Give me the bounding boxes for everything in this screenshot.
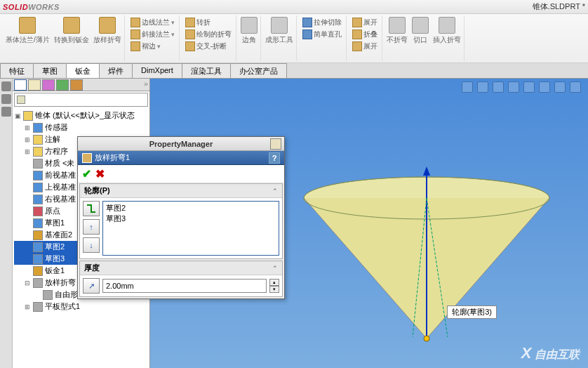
view-toolbar (462, 81, 581, 93)
view-settings-icon[interactable] (539, 81, 550, 93)
sidemini-icon[interactable] (1, 81, 11, 91)
ribbon-rip[interactable]: 切口 (412, 17, 429, 45)
ribbon-hem[interactable]: 褶边▾ (129, 41, 176, 52)
ribbon-edge-flange[interactable]: 边线法兰▾ (129, 17, 176, 28)
filter-input[interactable] (14, 93, 148, 107)
tab-render[interactable]: 渲染工具 (182, 63, 231, 78)
panel-tabs: » (13, 79, 149, 91)
panel-tab-config[interactable] (42, 79, 55, 91)
zoom-fit-icon[interactable] (462, 81, 473, 93)
tab-office[interactable]: 办公室产品 (230, 63, 287, 78)
ribbon-cross-break[interactable]: 交叉-折断 (184, 41, 233, 52)
ribbon-fold[interactable]: 折叠 (351, 29, 379, 40)
ribbon-extruded-cut[interactable]: 拉伸切除 (301, 17, 343, 28)
panel-tab-property[interactable] (28, 79, 41, 91)
pm-ok-cancel-row: ✔ ✖ (78, 165, 284, 182)
profiles-header[interactable]: 轮廓(P)⌃ (80, 184, 282, 198)
thickness-input[interactable] (102, 279, 267, 293)
ribbon: 基体法兰/薄片 转换到钣金 放样折弯 边线法兰▾ 斜接法兰▾ 褶边▾ 转折 绘制… (0, 14, 588, 63)
move-up-button[interactable]: ↑ (83, 219, 100, 235)
move-down-button[interactable]: ↓ (83, 237, 100, 253)
property-manager-panel: PropertyManager 放样折弯1 ? ✔ ✖ 轮廓(P)⌃ ↑ ↓ 草… (77, 136, 285, 299)
cancel-button[interactable]: ✖ (95, 167, 105, 180)
cone-preview (286, 163, 567, 360)
tree-flat-pattern1[interactable]: ⊞平板型式1 (14, 301, 148, 313)
panel-tab-feature[interactable] (14, 79, 27, 91)
profile-direction-button[interactable] (83, 201, 100, 216)
watermark: X 自由互联 (521, 344, 580, 362)
ribbon-flatten[interactable]: 展开 (351, 41, 379, 52)
profile-item[interactable]: 草图3 (105, 213, 277, 224)
pm-profiles-section: 轮廓(P)⌃ ↑ ↓ 草图2 草图3 (79, 183, 283, 259)
ribbon-corner[interactable]: 边角 (241, 17, 258, 45)
profile-item[interactable]: 草图2 (105, 203, 277, 213)
reverse-direction-button[interactable]: ↗ (83, 278, 100, 294)
thickness-header[interactable]: 厚度⌃ (80, 261, 282, 275)
panel-tab-dimxpert[interactable] (56, 79, 69, 91)
display-style-icon[interactable] (508, 81, 519, 93)
tab-weldments[interactable]: 焊件 (99, 63, 133, 78)
logo: SOLIDWORKS (3, 3, 60, 11)
scene-icon[interactable] (554, 81, 566, 93)
section-icon[interactable] (523, 81, 535, 93)
ribbon-convert-sheetmetal[interactable]: 转换到钣金 (54, 17, 89, 45)
sketch-profile-label: 轮廓(草图3) (447, 305, 497, 319)
sidemini-icon[interactable] (1, 94, 11, 104)
tab-sheetmetal[interactable]: 钣金 (66, 63, 100, 78)
pushpin-icon[interactable] (270, 138, 281, 150)
ribbon-miter-flange[interactable]: 斜接法兰▾ (129, 29, 176, 40)
ribbon-base-flange[interactable]: 基体法兰/薄片 (6, 17, 50, 45)
document-name: 锥体.SLDPRT * (533, 1, 585, 12)
funnel-icon (17, 96, 25, 104)
ribbon-no-bends[interactable]: 不折弯 (387, 17, 408, 45)
tab-features[interactable]: 特征 (0, 63, 34, 78)
ribbon-sketched-bend[interactable]: 绘制的折弯 (184, 29, 233, 40)
ok-button[interactable]: ✔ (82, 167, 91, 180)
ribbon-insert-bends[interactable]: 插入折弯 (433, 17, 461, 45)
pm-thickness-section: 厚度⌃ ↗ ▴ ▾ (79, 261, 283, 297)
sidemini-icon[interactable] (1, 107, 11, 117)
spin-up[interactable]: ▴ (269, 279, 279, 286)
tab-dimxpert[interactable]: DimXpert (132, 63, 182, 78)
ribbon-forming-tool[interactable]: 成形工具 (265, 17, 293, 45)
profiles-list[interactable]: 草图2 草图3 (102, 201, 279, 256)
rotate-icon[interactable] (493, 81, 504, 93)
pm-title[interactable]: PropertyManager (78, 137, 284, 151)
ribbon-simple-hole[interactable]: 简单直孔 (301, 29, 343, 40)
appearance-icon[interactable] (570, 81, 581, 93)
lofted-bend-icon (82, 153, 92, 163)
svg-point-4 (424, 336, 429, 341)
side-mini-toolbar (0, 79, 13, 368)
ribbon-empty (301, 41, 343, 42)
zoom-area-icon[interactable] (477, 81, 488, 93)
ribbon-unfold[interactable]: 展开 (351, 17, 379, 28)
ribbon-lofted-bend[interactable]: 放样折弯 (93, 17, 121, 45)
tree-root[interactable]: ▣锥体 (默认<<默认>_显示状态 (14, 110, 148, 121)
spin-down[interactable]: ▾ (269, 286, 279, 293)
titlebar: SOLIDWORKS 锥体.SLDPRT * (0, 0, 588, 14)
help-button[interactable]: ? (269, 152, 280, 164)
ribbon-jog[interactable]: 转折 (184, 17, 233, 28)
tab-sketch[interactable]: 草图 (33, 63, 67, 78)
panel-tab-render[interactable] (70, 79, 83, 91)
panel-tabs-more[interactable]: » (144, 79, 148, 90)
pm-feature-header: 放样折弯1 ? (78, 151, 284, 165)
thickness-spinner: ▴ ▾ (269, 279, 279, 293)
tree-sensors[interactable]: ⊞传感器 (14, 121, 148, 133)
svg-marker-3 (423, 166, 430, 176)
command-tabs: 特征 草图 钣金 焊件 DimXpert 渲染工具 办公室产品 (0, 63, 588, 79)
